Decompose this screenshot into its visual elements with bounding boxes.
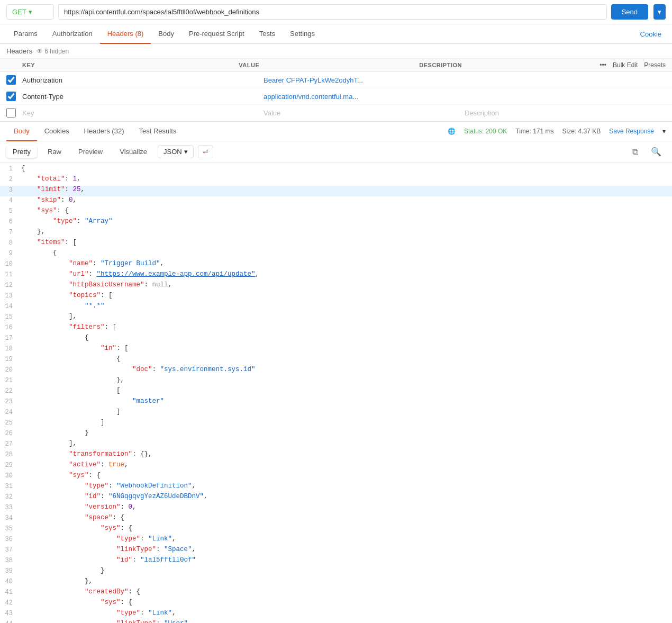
json-line-10: 10 "name": "Trigger Build", [0, 260, 672, 270]
eye-icon: 👁 [37, 48, 43, 55]
send-chevron-button[interactable]: ▾ [653, 4, 666, 20]
json-line-1: 1 { [0, 165, 672, 175]
headers-title-row: Headers 👁 6 hidden [0, 44, 672, 59]
header-value-authorization: Bearer CFPAT-PyLkWe2odyhT... [264, 76, 465, 84]
format-select[interactable]: JSON ▾ [158, 145, 194, 158]
hidden-badge: 👁 6 hidden [37, 48, 69, 55]
header-key-authorization: Authorization [22, 76, 264, 84]
tab-headers[interactable]: Headers (8) [100, 24, 151, 44]
json-line-29: 29 "active": true, [0, 461, 672, 472]
view-visualize-button[interactable]: Visualize [113, 146, 153, 158]
tab-body[interactable]: Body [151, 24, 181, 44]
header-key-content-type: Content-Type [22, 93, 264, 101]
col-desc-header: DESCRIPTION [419, 62, 600, 68]
url-bar: GET ▾ Send ▾ [0, 0, 672, 24]
status-ok: Status: 200 OK [464, 128, 507, 135]
json-line-9: 9 { [0, 249, 672, 260]
wrap-button[interactable]: ⇌ [198, 145, 213, 158]
toolbar-row: Pretty Raw Preview Visualize JSON ▾ ⇌ ⧉ … [0, 141, 672, 162]
save-response-button[interactable]: Save Response [609, 128, 654, 135]
json-line-4: 4 "skip": 0, [0, 196, 672, 207]
header-row-placeholder: Key Value Description [0, 105, 672, 121]
status-time: Time: 171 ms [515, 128, 553, 135]
response-tab-body[interactable]: Body [6, 122, 37, 141]
json-line-14: 14 "*.*" [0, 302, 672, 313]
tab-pre-request-script[interactable]: Pre-request Script [181, 24, 252, 44]
view-raw-button[interactable]: Raw [41, 146, 68, 158]
more-icon[interactable]: ••• [600, 61, 606, 69]
header-desc-placeholder[interactable]: Description [465, 109, 666, 117]
json-line-13: 13 "topics": [ [0, 292, 672, 302]
json-line-36: 36 "type": "Link", [0, 535, 672, 546]
json-line-39: 39 } [0, 567, 672, 577]
json-line-6: 6 "type": "Array" [0, 218, 672, 228]
response-tab-test-results[interactable]: Test Results [131, 122, 184, 141]
headers-title: Headers [6, 47, 32, 55]
status-size: Size: 4.37 KB [562, 128, 601, 135]
header-row-authorization: Authorization Bearer CFPAT-PyLkWe2odyhT.… [0, 72, 672, 88]
json-line-40: 40 }, [0, 577, 672, 588]
json-line-21: 21 }, [0, 376, 672, 387]
json-line-2: 2 "total": 1, [0, 175, 672, 186]
json-line-23: 23 "master" [0, 398, 672, 408]
headers-section: Headers 👁 6 hidden KEY VALUE DESCRIPTION… [0, 44, 672, 122]
json-line-37: 37 "linkType": "Space", [0, 546, 672, 556]
json-line-43: 43 "type": "Link", [0, 609, 672, 620]
header-key-placeholder[interactable]: Key [22, 109, 264, 117]
search-button[interactable]: 🔍 [647, 145, 666, 159]
method-select[interactable]: GET ▾ [6, 4, 54, 20]
json-line-16: 16 "filters": [ [0, 323, 672, 334]
header-checkbox-content-type[interactable] [6, 92, 16, 101]
json-line-5: 5 "sys": { [0, 207, 672, 218]
header-value-placeholder[interactable]: Value [264, 109, 465, 117]
json-content: 1 { 2 "total": 1, 3 "limit": 25, 4 "skip… [0, 162, 672, 623]
tab-tests[interactable]: Tests [252, 24, 283, 44]
save-response-chevron-icon[interactable]: ▾ [662, 128, 666, 135]
json-line-35: 35 "sys": { [0, 525, 672, 535]
json-line-31: 31 "type": "WebhookDefinition", [0, 482, 672, 493]
header-checkbox-placeholder[interactable] [6, 108, 16, 118]
bulk-edit-button[interactable]: Bulk Edit [613, 61, 638, 69]
json-line-17: 17 { [0, 334, 672, 345]
json-line-8: 8 "items": [ [0, 239, 672, 249]
url-input[interactable] [58, 4, 607, 20]
response-tab-cookies[interactable]: Cookies [37, 122, 77, 141]
status-bar: 🌐 Status: 200 OK Time: 171 ms Size: 4.37… [448, 128, 666, 135]
response-tabs: Body Cookies Headers (32) Test Results 🌐… [0, 122, 672, 141]
cookie-button[interactable]: Cookie [636, 25, 666, 43]
view-pretty-button[interactable]: Pretty [6, 146, 37, 158]
json-line-33: 33 "version": 0, [0, 503, 672, 514]
col-actions-header: ••• Bulk Edit Presets [600, 61, 666, 69]
header-checkbox-authorization[interactable] [6, 75, 16, 85]
json-line-28: 28 "transformation": {}, [0, 450, 672, 461]
json-line-15: 15 ], [0, 313, 672, 323]
json-line-11: 11 "url": "https://www.example-app.com/a… [0, 270, 672, 281]
json-line-32: 32 "id": "6NGqgqvgYezAZ6UdeDBDnV", [0, 493, 672, 503]
copy-button[interactable]: ⧉ [628, 145, 642, 159]
json-line-41: 41 "createdBy": { [0, 588, 672, 599]
json-line-27: 27 ], [0, 440, 672, 450]
tab-params[interactable]: Params [6, 24, 45, 44]
format-chevron-icon: ▾ [184, 148, 188, 156]
json-line-19: 19 { [0, 355, 672, 366]
status-icon: 🌐 [448, 128, 456, 135]
header-row-content-type: Content-Type application/vnd.contentful.… [0, 88, 672, 105]
json-line-34: 34 "space": { [0, 514, 672, 525]
json-line-26: 26 } [0, 429, 672, 440]
method-chevron-icon: ▾ [29, 8, 32, 16]
json-line-44: 44 "linkType": "User", [0, 620, 672, 623]
json-line-3: 3 "limit": 25, [0, 186, 672, 196]
format-label: JSON [164, 148, 182, 156]
tab-authorization[interactable]: Authorization [45, 24, 100, 44]
json-line-38: 38 "id": "lal5fftll0of" [0, 556, 672, 567]
response-tab-headers[interactable]: Headers (32) [77, 122, 132, 141]
view-preview-button[interactable]: Preview [72, 146, 109, 158]
json-line-18: 18 "in": [ [0, 345, 672, 355]
json-line-7: 7 }, [0, 228, 672, 239]
tab-settings[interactable]: Settings [283, 24, 322, 44]
table-header: KEY VALUE DESCRIPTION ••• Bulk Edit Pres… [0, 59, 672, 72]
method-label: GET [12, 8, 26, 16]
col-key-header: KEY [22, 62, 239, 68]
presets-button[interactable]: Presets [644, 61, 666, 69]
send-button[interactable]: Send [611, 4, 648, 20]
